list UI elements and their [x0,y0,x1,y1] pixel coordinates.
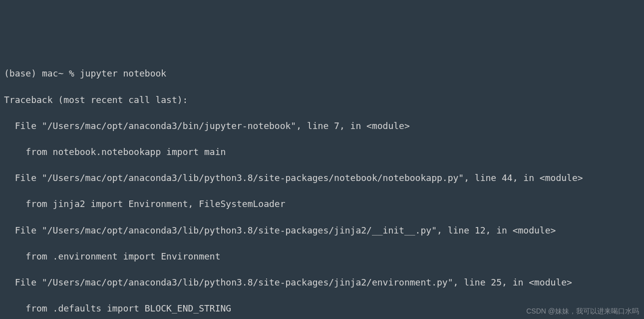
prompt-line: (base) mac~ % jupyter notebook [4,67,640,80]
watermark-text: CSDN @妹妹，我可以进来喝口水吗 [526,306,639,316]
frame-code: from .environment import Environment [4,250,640,263]
frame-location: File "/Users/mac/opt/anaconda3/lib/pytho… [4,276,640,289]
traceback-header: Traceback (most recent call last): [4,94,640,106]
command-text: jupyter notebook [80,68,166,78]
frame-location: File "/Users/mac/opt/anaconda3/lib/pytho… [4,172,640,184]
frame-location: File "/Users/mac/opt/anaconda3/bin/jupyt… [4,120,640,132]
prompt-symbol: % [69,68,74,78]
frame-code: from notebook.notebookapp import main [4,146,640,158]
prompt-host: mac~ [42,68,63,78]
prompt-env: (base) [4,68,36,78]
terminal-output[interactable]: (base) mac~ % jupyter notebook Traceback… [4,54,640,319]
frame-location: File "/Users/mac/opt/anaconda3/lib/pytho… [4,224,640,237]
frame-code: from jinja2 import Environment, FileSyst… [4,198,640,210]
